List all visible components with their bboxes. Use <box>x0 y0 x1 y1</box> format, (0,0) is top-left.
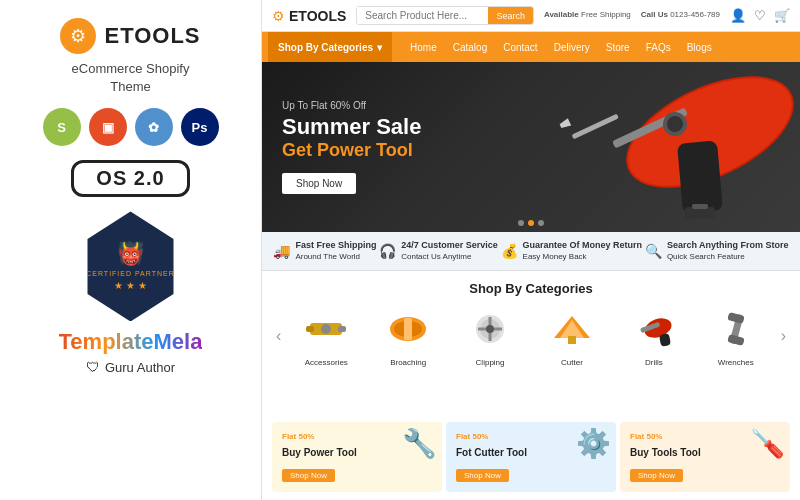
chevron-down-icon: ▾ <box>377 42 382 53</box>
shopify-icon: S <box>43 108 81 146</box>
promo-tool-icon-2: ⚙️ <box>576 427 611 460</box>
feature-shipping-text: Fast Free Shipping Around The World <box>295 240 376 262</box>
category-broaching[interactable]: Broaching <box>378 304 438 367</box>
category-cutter[interactable]: Cutter <box>542 304 602 367</box>
search-input[interactable] <box>357 7 488 24</box>
nav-faqs[interactable]: FAQs <box>638 42 679 53</box>
nav-store[interactable]: Store <box>598 42 638 53</box>
main-content: ⚙ ETOOLS Search Available Free Shipping … <box>262 0 800 500</box>
svg-rect-12 <box>338 326 346 332</box>
cutter-label: Cutter <box>561 358 583 367</box>
hero-dot-1[interactable] <box>518 220 524 226</box>
svg-point-13 <box>321 324 331 334</box>
nav-catalog[interactable]: Catalog <box>445 42 495 53</box>
hero-dot-2[interactable] <box>528 220 534 226</box>
categories-list: Accessories Broaching Clipping <box>285 304 776 367</box>
category-accessories[interactable]: Accessories <box>296 304 356 367</box>
svg-rect-4 <box>571 114 618 140</box>
top-icon-group: 👤 ♡ 🛒 <box>730 8 790 23</box>
nav-bar: Shop By Categories ▾ Home Catalog Contac… <box>262 32 800 62</box>
category-wrenches[interactable]: Wrenches <box>706 304 766 367</box>
svg-marker-5 <box>559 118 571 129</box>
search-bar[interactable]: Search <box>356 6 534 25</box>
badge-stars: ★ ★ ★ <box>114 280 147 291</box>
feature-search-text: Search Anything From Store Quick Search … <box>667 240 789 262</box>
drills-label: Drills <box>645 358 663 367</box>
square-icon: ▣ <box>89 108 127 146</box>
template-mela-text: TemplateMela <box>59 329 203 355</box>
categories-section: Shop By Categories ‹ Accessories Broachi… <box>262 271 800 422</box>
truck-icon: 🚚 <box>273 243 290 259</box>
call-us-info: Call Us 0123-456-789 <box>641 10 720 20</box>
platform-icons-row: S ▣ ✿ Ps <box>43 108 219 146</box>
svg-rect-9 <box>692 204 708 209</box>
clipping-image <box>460 304 520 354</box>
feature-service-text: 24/7 Customer Service Contact Us Anytime <box>401 240 498 262</box>
money-icon: 💰 <box>501 243 518 259</box>
hero-tag: Up To Flat 60% Off <box>282 100 421 111</box>
promo-shop-now-3[interactable]: Shop Now <box>630 469 683 482</box>
guru-author-label: Guru Author <box>105 360 175 375</box>
top-gear-icon: ⚙ <box>272 8 285 24</box>
photoshop-icon: Ps <box>181 108 219 146</box>
feature-money-text: Guarantee Of Money Return Easy Money Bac… <box>523 240 643 262</box>
wrenches-label: Wrenches <box>718 358 754 367</box>
top-bar: ⚙ ETOOLS Search Available Free Shipping … <box>262 0 800 32</box>
promo-card-power-tool: Flat 50% Buy Power Tool Shop Now 🔧 <box>272 422 442 492</box>
promo-tool-icon-3: 🪛 <box>750 427 785 460</box>
hero-dot-3[interactable] <box>538 220 544 226</box>
nav-blogs[interactable]: Blogs <box>679 42 720 53</box>
joomla-icon: ✿ <box>135 108 173 146</box>
logo-gear-icon: ⚙ <box>60 18 96 54</box>
category-clipping[interactable]: Clipping <box>460 304 520 367</box>
wrenches-image <box>706 304 766 354</box>
svg-rect-11 <box>306 326 314 332</box>
hero-text-block: Up To Flat 60% Off Summer Sale Get Power… <box>282 100 421 193</box>
hero-carousel-dots <box>518 220 544 226</box>
promo-card-cutter-tool: Flat 50% Fot Cutter Tool Shop Now ⚙️ <box>446 422 616 492</box>
svg-point-19 <box>486 325 494 333</box>
top-logo-text: ETOOLS <box>289 8 346 24</box>
sidebar: ⚙ ETOOLS eCommerce Shopify Theme S ▣ ✿ P… <box>0 0 262 500</box>
features-bar: 🚚 Fast Free Shipping Around The World 🎧 … <box>262 232 800 271</box>
broaching-image <box>378 304 438 354</box>
hero-banner: Up To Flat 60% Off Summer Sale Get Power… <box>262 62 800 232</box>
nav-links: Home Catalog Contact Delivery Store FAQs… <box>394 42 794 53</box>
sidebar-logo-text: ETOOLS <box>104 23 200 49</box>
accessories-image <box>296 304 356 354</box>
drills-image <box>624 304 684 354</box>
certified-text: certified PaRTNER <box>86 269 175 278</box>
nav-home[interactable]: Home <box>402 42 445 53</box>
promo-cards-row: Flat 50% Buy Power Tool Shop Now 🔧 Flat … <box>262 422 800 500</box>
sidebar-subtitle: eCommerce Shopify Theme <box>72 60 190 96</box>
hero-shop-now-button[interactable]: Shop Now <box>282 173 356 194</box>
shop-by-categories-btn[interactable]: Shop By Categories ▾ <box>268 32 392 62</box>
nav-contact[interactable]: Contact <box>495 42 545 53</box>
monster-icon: 👹 <box>117 241 144 267</box>
promo-tool-icon-1: 🔧 <box>402 427 437 460</box>
svg-rect-22 <box>568 336 576 344</box>
feature-service: 🎧 24/7 Customer Service Contact Us Anyti… <box>379 240 498 262</box>
heart-icon[interactable]: ♡ <box>754 8 766 23</box>
certified-partner-badge: 👹 certified PaRTNER ★ ★ ★ <box>81 211 181 321</box>
free-shipping-info: Available Free Shipping <box>544 10 631 20</box>
feature-search: 🔍 Search Anything From Store Quick Searc… <box>645 240 789 262</box>
category-drills[interactable]: Drills <box>624 304 684 367</box>
promo-shop-now-2[interactable]: Shop Now <box>456 469 509 482</box>
nav-delivery[interactable]: Delivery <box>546 42 598 53</box>
categories-section-title: Shop By Categories <box>272 281 790 296</box>
cat-next-arrow[interactable]: › <box>777 327 790 345</box>
hero-subtitle: Get Power Tool <box>282 140 421 161</box>
hero-title: Summer Sale <box>282 115 421 139</box>
cart-icon[interactable]: 🛒 <box>774 8 790 23</box>
headset-icon: 🎧 <box>379 243 396 259</box>
promo-shop-now-1[interactable]: Shop Now <box>282 469 335 482</box>
cat-prev-arrow[interactable]: ‹ <box>272 327 285 345</box>
hero-drill-image <box>510 62 800 232</box>
user-icon[interactable]: 👤 <box>730 8 746 23</box>
search-feature-icon: 🔍 <box>645 243 662 259</box>
svg-rect-16 <box>404 318 412 340</box>
guru-author-row: 🛡 Guru Author <box>86 359 175 375</box>
search-button[interactable]: Search <box>488 7 533 24</box>
sidebar-logo: ⚙ ETOOLS <box>60 18 200 54</box>
